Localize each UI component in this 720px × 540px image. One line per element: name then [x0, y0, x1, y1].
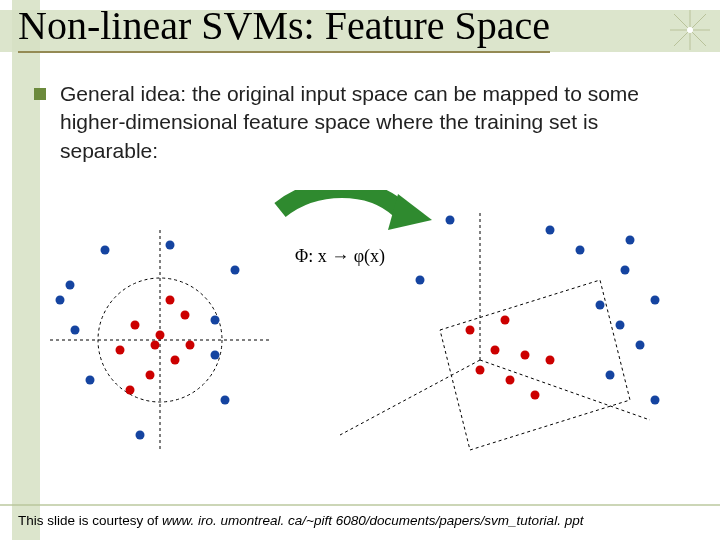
svg-point-39: [501, 316, 510, 325]
svg-point-15: [126, 386, 135, 395]
svg-point-8: [116, 346, 125, 355]
svg-line-31: [340, 360, 480, 435]
svg-point-42: [616, 321, 625, 330]
svg-point-24: [211, 316, 220, 325]
svg-point-52: [606, 371, 615, 380]
svg-point-25: [221, 396, 230, 405]
svg-point-46: [626, 236, 635, 245]
svg-point-48: [546, 226, 555, 235]
svg-point-10: [146, 371, 155, 380]
svg-point-38: [546, 356, 555, 365]
svg-point-20: [71, 326, 80, 335]
svg-point-4: [687, 27, 693, 33]
svg-point-17: [186, 341, 195, 350]
svg-point-28: [166, 241, 175, 250]
svg-point-23: [211, 351, 220, 360]
svg-point-19: [66, 281, 75, 290]
footer-credit: This slide is courtesy of www. iro. umon…: [18, 513, 583, 528]
svg-point-26: [231, 266, 240, 275]
svg-point-35: [506, 376, 515, 385]
svg-line-30: [480, 360, 650, 420]
bullet-text: General idea: the original input space c…: [60, 80, 700, 165]
svg-point-18: [56, 296, 65, 305]
svg-point-49: [416, 276, 425, 285]
svg-point-45: [651, 296, 660, 305]
svg-point-33: [476, 366, 485, 375]
slide-title: Non-linear SVMs: Feature Space: [18, 2, 550, 53]
svg-point-9: [131, 321, 140, 330]
svg-point-40: [466, 326, 475, 335]
feature-space-figure: Φ: x → φ(x): [40, 190, 680, 500]
footer-url: www. iro. umontreal. ca/~pift 6080/docum…: [162, 513, 583, 528]
bullet-square-icon: [34, 88, 46, 100]
slide: Non-linear SVMs: Feature Space General i…: [0, 0, 720, 540]
svg-point-14: [166, 296, 175, 305]
svg-point-34: [491, 346, 500, 355]
sparkle-icon: [666, 6, 714, 54]
svg-point-22: [136, 431, 145, 440]
decor-bottom-rule: [0, 504, 720, 506]
svg-point-44: [636, 341, 645, 350]
svg-point-36: [521, 351, 530, 360]
svg-point-16: [151, 341, 160, 350]
svg-point-43: [621, 266, 630, 275]
svg-point-27: [101, 246, 110, 255]
svg-point-37: [531, 391, 540, 400]
svg-point-47: [576, 246, 585, 255]
svg-point-12: [171, 356, 180, 365]
svg-point-13: [181, 311, 190, 320]
svg-point-11: [156, 331, 165, 340]
svg-point-50: [446, 216, 455, 225]
footer-prefix: This slide is courtesy of: [18, 513, 162, 528]
svg-point-21: [86, 376, 95, 385]
bullet-item: General idea: the original input space c…: [34, 80, 700, 165]
svg-point-41: [596, 301, 605, 310]
svg-point-51: [651, 396, 660, 405]
mapping-label: Φ: x → φ(x): [295, 246, 385, 267]
mapping-arrow-icon: [280, 190, 432, 230]
